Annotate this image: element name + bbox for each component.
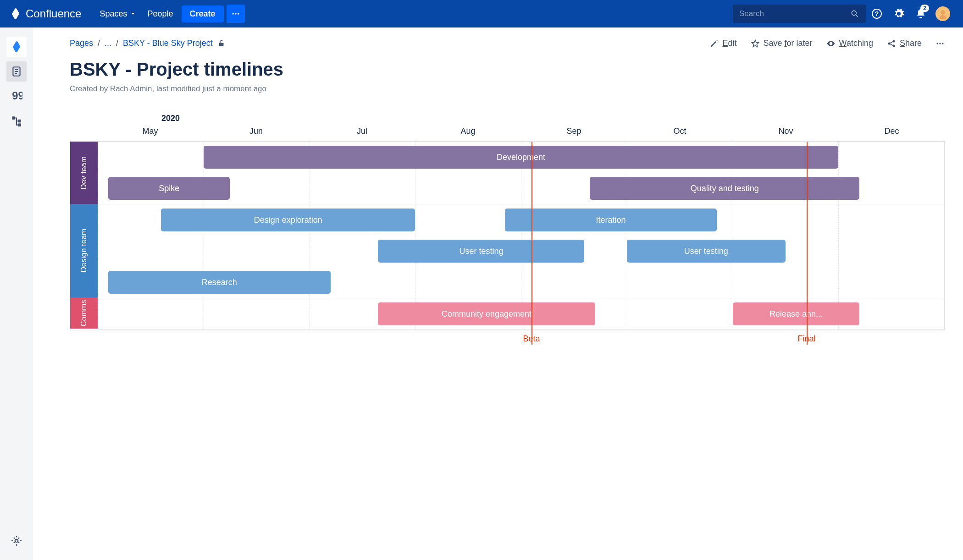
svg-point-23 xyxy=(939,43,941,44)
dots-icon xyxy=(231,9,240,18)
lane-label: Design team xyxy=(70,204,98,297)
lane-label: Comms xyxy=(70,297,98,329)
create-button[interactable]: Create xyxy=(182,5,224,22)
save-for-later-button[interactable]: Save for later xyxy=(751,38,813,48)
gear-icon xyxy=(893,8,904,19)
rail-settings[interactable] xyxy=(6,531,27,551)
svg-line-20 xyxy=(890,41,893,43)
notifications-button[interactable]: 2 xyxy=(910,3,932,25)
svg-text:99: 99 xyxy=(12,90,22,102)
avatar-icon xyxy=(935,6,950,21)
more-actions-button[interactable] xyxy=(935,39,945,48)
axis-month: Sep xyxy=(521,126,627,141)
eye-icon xyxy=(826,39,836,48)
svg-point-24 xyxy=(942,43,943,44)
pencil-icon xyxy=(709,39,719,48)
tree-icon xyxy=(11,115,22,127)
roadmap-chart: 2020 MayJunJulAugSepOctNovDec Dev teamDe… xyxy=(70,114,945,330)
svg-line-21 xyxy=(890,44,893,45)
svg-rect-14 xyxy=(18,120,21,123)
gear-icon xyxy=(11,535,22,547)
roadmap-bar[interactable]: Release ann... xyxy=(733,302,860,325)
svg-point-7 xyxy=(941,11,945,15)
brand-logo[interactable]: Confluence xyxy=(9,7,81,20)
roadmap-bar[interactable]: Community engagement xyxy=(378,302,595,325)
axis-month: Jul xyxy=(309,126,415,141)
left-rail: 99 xyxy=(0,27,33,560)
svg-text:?: ? xyxy=(875,10,879,17)
roadmap-marker xyxy=(807,142,808,345)
page-title: BSKY - Project timelines xyxy=(70,59,945,80)
roadmap-bar[interactable]: User testing xyxy=(378,240,584,263)
top-nav: Confluence Spaces People Create Search ?… xyxy=(0,0,963,27)
crumb-parent[interactable]: BSKY - Blue Sky Project xyxy=(123,38,213,48)
notification-badge: 2 xyxy=(920,5,929,12)
profile-avatar[interactable] xyxy=(932,3,954,25)
roadmap-bar[interactable]: Quality and testing xyxy=(590,177,859,200)
unlock-icon[interactable] xyxy=(217,39,226,48)
page-meta: Created by Rach Admin, last modified jus… xyxy=(70,84,945,93)
roadmap-axis: MayJunJulAugSepOctNovDec xyxy=(97,114,945,141)
edit-button[interactable]: Edit xyxy=(709,38,736,48)
star-icon xyxy=(751,39,760,48)
page-actions: Edit Save for later Watching Share xyxy=(709,38,945,48)
help-button[interactable]: ? xyxy=(866,3,888,25)
svg-point-16 xyxy=(15,539,18,543)
svg-point-1 xyxy=(235,13,236,14)
svg-point-22 xyxy=(937,43,938,44)
svg-point-3 xyxy=(852,11,856,15)
crumb-ellipsis[interactable]: ... xyxy=(105,38,111,48)
axis-month: Nov xyxy=(733,126,839,141)
roadmap-bar[interactable]: User testing xyxy=(627,240,786,263)
rail-tree[interactable] xyxy=(6,111,27,131)
roadmap-marker xyxy=(531,142,532,345)
confluence-icon xyxy=(10,40,23,53)
nav-spaces[interactable]: Spaces xyxy=(94,5,142,22)
roadmap-lane: DevelopmentSpikeQuality and testing xyxy=(98,142,944,204)
rail-pages[interactable] xyxy=(6,61,27,82)
share-icon xyxy=(887,39,896,48)
nav-people[interactable]: People xyxy=(142,5,178,22)
nav-more-button[interactable] xyxy=(227,5,245,23)
axis-month: May xyxy=(97,126,203,141)
quote-icon: 99 xyxy=(11,90,22,102)
roadmap-bar[interactable]: Spike xyxy=(108,177,230,200)
rail-blog[interactable]: 99 xyxy=(6,86,27,106)
svg-rect-15 xyxy=(18,123,21,126)
axis-month: Dec xyxy=(839,126,945,141)
roadmap-bar[interactable]: Research xyxy=(108,271,331,294)
lane-label: Dev team xyxy=(70,142,98,204)
main-content: Pages / ... / BSKY - Blue Sky Project Ed… xyxy=(33,27,963,560)
roadmap-lane: Design explorationIterationUser testingU… xyxy=(98,204,944,298)
axis-month: Aug xyxy=(415,126,521,141)
page-icon xyxy=(11,66,22,77)
roadmap-lane: Community engagementRelease ann... xyxy=(98,298,944,330)
roadmap-marker-label: Beta xyxy=(523,334,540,344)
roadmap-bar[interactable]: Design exploration xyxy=(161,209,415,231)
search-input[interactable]: Search xyxy=(733,5,866,23)
roadmap-marker-label: Final xyxy=(798,334,816,344)
svg-point-0 xyxy=(232,13,233,14)
crumb-pages[interactable]: Pages xyxy=(70,38,93,48)
svg-rect-13 xyxy=(12,116,15,120)
roadmap-bar[interactable]: Iteration xyxy=(505,209,717,231)
axis-month: Oct xyxy=(627,126,733,141)
help-icon: ? xyxy=(871,8,882,19)
roadmap-bar[interactable]: Development xyxy=(204,146,839,169)
settings-button[interactable] xyxy=(888,3,910,25)
share-button[interactable]: Share xyxy=(887,38,922,48)
dots-icon xyxy=(935,39,945,48)
search-icon xyxy=(850,9,859,18)
svg-point-2 xyxy=(238,13,239,14)
brand-name: Confluence xyxy=(26,7,81,20)
svg-line-4 xyxy=(856,15,858,17)
axis-month: Jun xyxy=(203,126,309,141)
breadcrumb: Pages / ... / BSKY - Blue Sky Project xyxy=(70,38,226,48)
space-logo[interactable] xyxy=(6,37,27,57)
watching-button[interactable]: Watching xyxy=(826,38,873,48)
chevron-down-icon xyxy=(130,11,136,17)
